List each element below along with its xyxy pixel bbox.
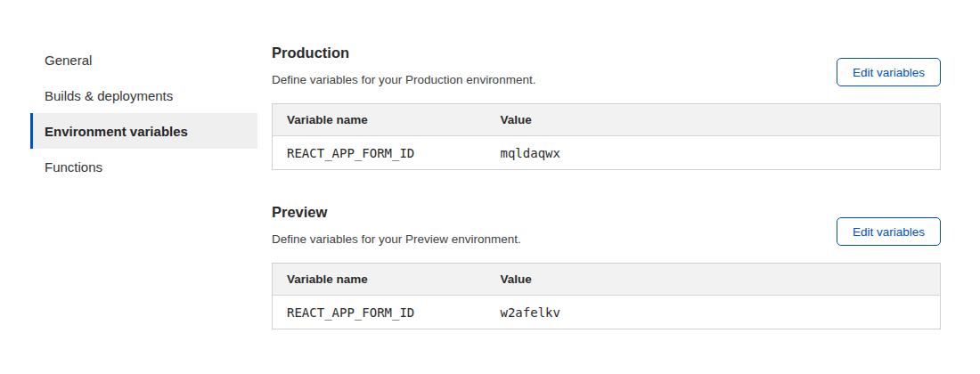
column-header-value: Value bbox=[486, 104, 941, 136]
settings-sidebar: General Builds & deployments Environment… bbox=[30, 42, 257, 184]
production-edit-variables-button[interactable]: Edit variables bbox=[837, 58, 941, 86]
table-header-row: Variable name Value bbox=[273, 104, 941, 136]
preview-section: Preview Define variables for your Previe… bbox=[272, 205, 941, 329]
sidebar-item-environment-variables[interactable]: Environment variables bbox=[30, 113, 257, 149]
table-row: REACT_APP_FORM_ID w2afelkv bbox=[273, 296, 941, 329]
production-section: Production Define variables for your Pro… bbox=[272, 45, 941, 170]
variable-name-cell: REACT_APP_FORM_ID bbox=[273, 136, 486, 170]
environment-variables-panel: Production Define variables for your Pro… bbox=[272, 45, 941, 329]
preview-variables-table: Variable name Value REACT_APP_FORM_ID w2… bbox=[272, 263, 941, 329]
table-header-row: Variable name Value bbox=[273, 264, 941, 296]
sidebar-item-builds-deployments[interactable]: Builds & deployments bbox=[30, 77, 257, 113]
variable-value-cell: w2afelkv bbox=[486, 296, 941, 329]
variable-name-cell: REACT_APP_FORM_ID bbox=[273, 296, 486, 329]
settings-page: General Builds & deployments Environment… bbox=[0, 0, 980, 374]
column-header-variable-name: Variable name bbox=[273, 104, 486, 136]
sidebar-item-general[interactable]: General bbox=[30, 42, 257, 77]
table-row: REACT_APP_FORM_ID mqldaqwx bbox=[273, 136, 941, 170]
sidebar-item-functions[interactable]: Functions bbox=[30, 149, 257, 184]
column-header-value: Value bbox=[486, 264, 941, 296]
variable-value-cell: mqldaqwx bbox=[486, 136, 941, 170]
column-header-variable-name: Variable name bbox=[273, 264, 486, 296]
preview-edit-variables-button[interactable]: Edit variables bbox=[837, 217, 941, 246]
production-variables-table: Variable name Value REACT_APP_FORM_ID mq… bbox=[272, 103, 941, 170]
